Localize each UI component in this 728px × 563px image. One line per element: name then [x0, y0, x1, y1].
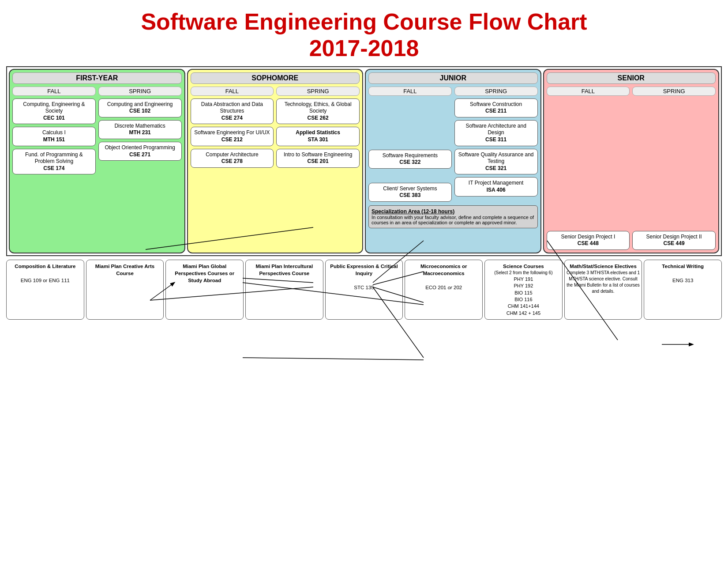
- bottom-intercultural: Miami Plan Intercultural Perspectives Co…: [245, 260, 323, 320]
- flow-chart: FIRST-YEAR FALL SPRING Computing, Engine…: [4, 66, 724, 320]
- course-cse449: Senior Design Project IICSE 449: [632, 231, 716, 250]
- specialization-area: Specialization Area (12-18 hours) In con…: [368, 205, 538, 228]
- sophomore-column: SOPHOMORE FALL SPRING Data Abstraction a…: [187, 69, 364, 253]
- sophomore-fall-courses: Data Abstraction and Data StructuresCSE …: [191, 98, 274, 168]
- course-cse262: Technology, Ethics, & Global SocietyCSE …: [276, 98, 360, 125]
- bottom-composition-title: Composition & Literature: [8, 263, 82, 270]
- bottom-creative-arts-title: Miami Plan Creative Arts Course: [88, 263, 162, 277]
- course-cse311: Software Architecture and DesignCSE 311: [454, 120, 538, 146]
- course-cec101: Computing, Engineering & SocietyCEC 101: [12, 98, 96, 125]
- first-year-courses: Computing, Engineering & SocietyCEC 101 …: [12, 98, 182, 175]
- senior-fall-label: FALL: [547, 87, 630, 96]
- sophomore-semester-labels: FALL SPRING: [191, 87, 360, 96]
- bottom-public-title: Public Expression & Critical Inquiry: [327, 263, 401, 277]
- spec-title: Specialization Area (12-18 hours): [372, 208, 535, 215]
- course-sta301: Applied StatisticsSTA 301: [276, 127, 360, 146]
- sophomore-spring-label: SPRING: [276, 87, 360, 96]
- course-cse271: Object Oriented ProgrammingCSE 271: [98, 142, 182, 161]
- junior-header: JUNIOR: [368, 72, 538, 84]
- course-cse212: Software Engineering For UI/UXCSE 212: [191, 127, 274, 146]
- bottom-math-electives: Math/Stat/Science Electives Complete 3 M…: [564, 260, 642, 320]
- junior-fall-courses: Software RequirementsCSE 322 Client/ Ser…: [368, 98, 452, 202]
- course-cse322: Software RequirementsCSE 322: [368, 150, 452, 169]
- senior-spring-courses: Senior Design Project IICSE 449: [632, 231, 716, 250]
- course-cse321: Software Quality Assurance and TestingCS…: [454, 149, 538, 175]
- bottom-global-perspectives: Miami Plan Global Perspectives Courses o…: [165, 260, 244, 320]
- course-cse274: Data Abstraction and Data StructuresCSE …: [191, 98, 274, 125]
- first-year-semester-labels: FALL SPRING: [12, 87, 182, 96]
- bottom-science-detail: PHY 191PHY 192BIO 115BIO 116CHM 141+144C…: [487, 276, 560, 317]
- svg-line-9: [243, 358, 424, 360]
- senior-courses: Senior Design Project ICSE 448 Senior De…: [547, 231, 716, 250]
- junior-spring-label: SPRING: [454, 87, 538, 96]
- bottom-science-title: Science Courses: [487, 263, 560, 270]
- first-year-column: FIRST-YEAR FALL SPRING Computing, Engine…: [9, 69, 185, 253]
- course-mth151: Calculus IMTH 151: [12, 127, 96, 146]
- course-cse448: Senior Design Project ICSE 448: [547, 231, 630, 250]
- course-cse211: Software ConstructionCSE 211: [454, 98, 538, 117]
- junior-fall-label: FALL: [368, 87, 452, 96]
- sophomore-courses: Data Abstraction and Data StructuresCSE …: [191, 98, 360, 168]
- bottom-composition: Composition & Literature ENG 109 or ENG …: [6, 260, 84, 320]
- year-columns: FIRST-YEAR FALL SPRING Computing, Engine…: [6, 66, 722, 256]
- sophomore-spring-courses: Technology, Ethics, & Global SocietyCSE …: [276, 98, 360, 168]
- course-cse174: Fund. of Programming & Problem SolvingCS…: [12, 149, 96, 175]
- sophomore-fall-label: FALL: [191, 87, 274, 96]
- bottom-tech-detail: ENG 313: [646, 277, 720, 284]
- bottom-public-expression: Public Expression & Critical Inquiry STC…: [325, 260, 403, 320]
- bottom-creative-arts: Miami Plan Creative Arts Course: [86, 260, 164, 320]
- sophomore-header: SOPHOMORE: [191, 72, 360, 84]
- bottom-global-title: Miami Plan Global Perspectives Courses o…: [168, 263, 241, 284]
- bottom-intercultural-title: Miami Plan Intercultural Perspectives Co…: [248, 263, 321, 277]
- junior-courses: Software RequirementsCSE 322 Client/ Ser…: [368, 98, 538, 202]
- senior-spring-label: SPRING: [632, 87, 716, 96]
- bottom-composition-detail: ENG 109 or ENG 111: [8, 277, 82, 284]
- senior-column: SENIOR FALL SPRING Senior Design Project…: [543, 69, 720, 253]
- bottom-econ-detail: ECO 201 or 202: [407, 284, 480, 291]
- course-mth231: Discrete MathematicsMTH 231: [98, 120, 182, 139]
- first-year-spring-courses: Computing and EngineeringCSE 102 Discret…: [98, 98, 182, 175]
- course-cse201: Intro to Software EngineeringCSE 201: [276, 149, 360, 168]
- junior-spring-courses: Software ConstructionCSE 211 Software Ar…: [454, 98, 538, 202]
- junior-semester-labels: FALL SPRING: [368, 87, 538, 96]
- spec-desc: In consultation with your faculty adviso…: [372, 215, 535, 225]
- bottom-public-detail: STC 135: [327, 284, 401, 291]
- bottom-math-title: Math/Stat/Science Electives: [567, 263, 640, 270]
- course-cse278: Computer ArchitectureCSE 278: [191, 149, 274, 168]
- bottom-tech-title: Technical Writing: [646, 263, 720, 270]
- bottom-econ-title: Microeconomics or Macroeconomics: [407, 263, 480, 277]
- first-year-fall-label: FALL: [12, 87, 96, 96]
- bottom-science: Science Courses (Select 2 from the follo…: [484, 260, 563, 320]
- bottom-requirements: Composition & Literature ENG 109 or ENG …: [6, 260, 722, 320]
- course-isa406: IT Project ManagementISA 406: [454, 177, 538, 196]
- senior-fall-courses: Senior Design Project ICSE 448: [547, 231, 630, 250]
- first-year-fall-courses: Computing, Engineering & SocietyCEC 101 …: [12, 98, 96, 175]
- bottom-economics: Microeconomics or Macroeconomics ECO 201…: [405, 260, 483, 320]
- course-cse383: Client/ Server SystemsCSE 383: [368, 183, 452, 202]
- bottom-science-subtitle: (Select 2 from the following 6): [487, 270, 560, 276]
- bottom-math-detail: Complete 3 MTH/STA electives and 1 MTH/S…: [567, 270, 640, 295]
- page-title: Software Engineering Course Flow Chart 2…: [4, 4, 724, 62]
- senior-semester-labels: FALL SPRING: [547, 87, 716, 96]
- junior-column: JUNIOR FALL SPRING Software Requirements…: [365, 69, 541, 253]
- senior-header: SENIOR: [547, 72, 716, 84]
- course-cse102: Computing and EngineeringCSE 102: [98, 98, 182, 117]
- bottom-tech-writing: Technical Writing ENG 313: [644, 260, 722, 320]
- first-year-header: FIRST-YEAR: [12, 72, 182, 84]
- first-year-spring-label: SPRING: [98, 87, 182, 96]
